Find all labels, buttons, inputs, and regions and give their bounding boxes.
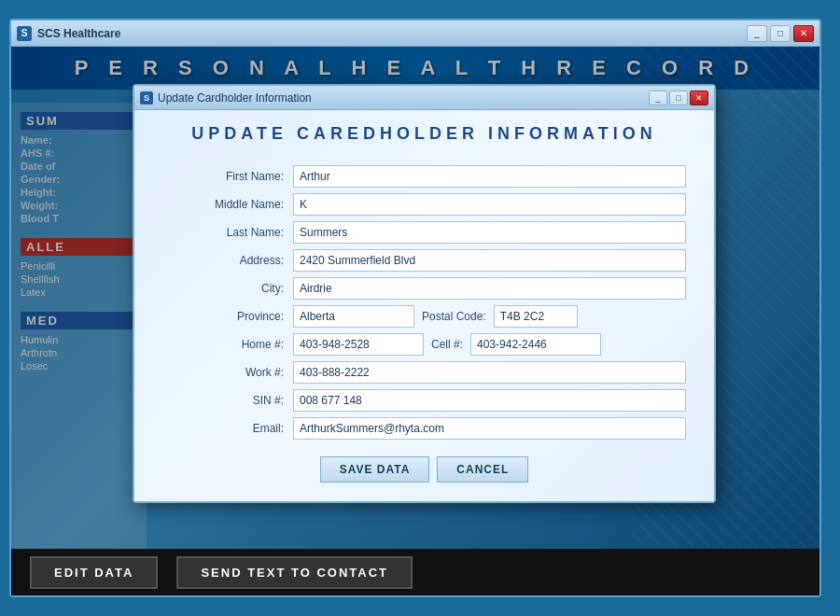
last-name-input[interactable] [293, 221, 686, 244]
app-icon: S [17, 26, 32, 41]
dialog-icon: S [140, 91, 153, 105]
outer-maximize-button[interactable]: □ [770, 25, 791, 42]
city-label: City: [162, 276, 293, 301]
postal-code-label: Postal Code: [414, 310, 494, 323]
last-name-label: Last Name: [162, 220, 293, 245]
work-label: Work #: [162, 360, 293, 385]
email-input[interactable] [293, 417, 686, 440]
home-label: Home #: [162, 332, 293, 357]
province-label: Province: [162, 304, 293, 329]
cancel-button[interactable]: CANCEL [437, 456, 528, 483]
dialog-titlebar-left: S Update Cardholder Information [140, 91, 312, 105]
work-input[interactable] [293, 361, 686, 384]
address-input[interactable] [293, 249, 686, 272]
outer-titlebar-left: S SCS Healthcare [17, 26, 120, 41]
edit-data-button[interactable]: EDIT DATA [30, 556, 158, 589]
first-name-input[interactable] [293, 165, 686, 188]
sin-label: SIN #: [162, 388, 293, 413]
send-text-button[interactable]: SEND TEXT TO CONTACT [176, 556, 413, 589]
middle-name-input[interactable] [293, 193, 686, 216]
outer-titlebar: S SCS Healthcare _ □ ✕ [11, 21, 819, 47]
outer-window: S SCS Healthcare _ □ ✕ P E R S O N A L H… [9, 19, 821, 597]
province-input[interactable] [293, 305, 414, 328]
outer-minimize-button[interactable]: _ [747, 25, 767, 42]
button-row: SAVE DATA CANCEL [162, 456, 686, 483]
dialog-title: Update Cardholder Information [158, 91, 312, 105]
email-label: Email: [162, 416, 293, 441]
outer-close-button[interactable]: ✕ [793, 25, 814, 42]
home-input[interactable] [293, 333, 424, 356]
dialog-controls: _ □ ✕ [649, 91, 708, 105]
bottom-toolbar: EDIT DATA SEND TEXT TO CONTACT [11, 549, 819, 595]
outer-titlebar-controls: _ □ ✕ [747, 25, 814, 42]
dialog-close-button[interactable]: ✕ [690, 91, 708, 105]
first-name-label: First Name: [162, 164, 293, 189]
outer-window-title: SCS Healthcare [37, 27, 120, 40]
dialog-titlebar: S Update Cardholder Information _ □ ✕ [134, 86, 714, 110]
province-postal-row: Postal Code: [293, 305, 686, 328]
cell-input[interactable] [470, 333, 601, 356]
update-dialog: S Update Cardholder Information _ □ ✕ UP… [133, 84, 716, 503]
dialog-maximize-button[interactable]: □ [669, 91, 688, 105]
middle-name-label: Middle Name: [162, 192, 293, 217]
home-cell-row: Cell #: [293, 333, 686, 356]
city-input[interactable] [293, 277, 686, 300]
dialog-minimize-button[interactable]: _ [649, 91, 667, 105]
address-label: Address: [162, 248, 293, 273]
dialog-content: UPDATE CAREDHOLDER INFORMATION First Nam… [134, 110, 714, 501]
cell-label: Cell #: [424, 338, 470, 351]
form-grid: First Name: Middle Name: Last Name: Addr… [162, 162, 686, 442]
dialog-header: UPDATE CAREDHOLDER INFORMATION [162, 124, 686, 144]
app-content: P E R S O N A L H E A L T H R E C O R D … [11, 47, 819, 595]
save-data-button[interactable]: SAVE DATA [320, 456, 430, 483]
sin-input[interactable] [293, 389, 686, 412]
postal-code-input[interactable] [494, 305, 578, 328]
